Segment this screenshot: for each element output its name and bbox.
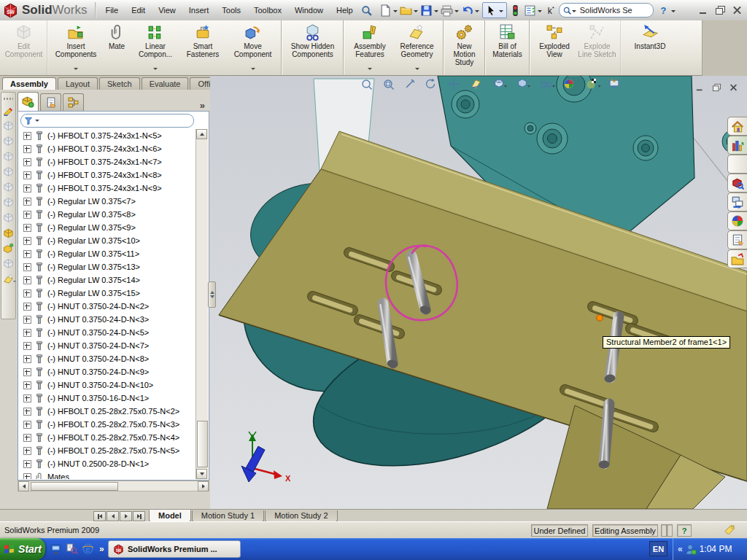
doc-close-button[interactable] xyxy=(727,82,739,93)
expand-icon[interactable] xyxy=(23,421,31,429)
tags-icon[interactable] xyxy=(724,524,735,537)
last-tab-button[interactable] xyxy=(133,511,145,521)
tree-item[interactable]: (-) HNUT 0.3750-24-D-N<7> xyxy=(19,339,196,352)
scroll-right-button[interactable] xyxy=(198,481,209,491)
file-explorer-tab[interactable] xyxy=(727,155,747,174)
tree-horizontal-scrollbar[interactable] xyxy=(18,481,209,491)
new-motion-study-button[interactable]: New Motion Study xyxy=(447,20,485,75)
user-accounts-tray-icon[interactable] xyxy=(685,543,697,555)
expand-icon[interactable] xyxy=(23,198,31,206)
tree-item[interactable]: (-) Regular LW 0.375<15> xyxy=(19,287,196,300)
design-library-tab[interactable] xyxy=(727,136,747,155)
options-caret-icon[interactable] xyxy=(538,10,542,15)
tree-item[interactable]: (-) HFBOLT 0.25-28x2.75x0.75-N<4> xyxy=(19,431,196,444)
prev-tab-button[interactable] xyxy=(107,511,119,521)
custom-properties-tab[interactable] xyxy=(727,230,747,249)
toolbar-grip[interactable] xyxy=(4,98,13,100)
tree-item[interactable]: (-) HFBOLT 0.375-24x3x1-N<6> xyxy=(19,142,196,155)
undo-button[interactable] xyxy=(460,3,475,18)
menu-item[interactable]: Help xyxy=(330,3,360,18)
expand-icon[interactable] xyxy=(23,132,31,140)
print-caret-icon[interactable] xyxy=(454,10,459,15)
left-tool-10-icon[interactable] xyxy=(2,241,15,256)
tree-item[interactable]: (-) HNUT 0.3750-24-D-N<2> xyxy=(19,300,196,313)
search-input[interactable]: SolidWorks Se xyxy=(580,6,632,15)
expand-icon[interactable] xyxy=(23,342,31,350)
expand-icon[interactable] xyxy=(23,145,31,153)
motion-study-2-tab[interactable]: Motion Study 2 xyxy=(265,510,337,522)
language-indicator[interactable]: EN xyxy=(649,541,667,556)
expand-icon[interactable] xyxy=(23,158,31,166)
propertymanager-tab[interactable] xyxy=(40,93,61,111)
expand-icon[interactable] xyxy=(23,329,31,337)
expand-icon[interactable] xyxy=(23,473,31,480)
tree-item[interactable]: (-) HNUT 0.3750-24-D-N<3> xyxy=(19,313,196,326)
left-tool-7-icon[interactable] xyxy=(2,195,15,210)
scroll-thumb[interactable] xyxy=(197,421,208,467)
tree-item[interactable]: (-) Regular LW 0.375<11> xyxy=(19,247,196,260)
expand-icon[interactable] xyxy=(23,303,31,311)
bill-of-materials-button[interactable]: Bill of Materials xyxy=(489,20,530,75)
tab-sketch[interactable]: Sketch xyxy=(99,77,140,90)
expand-icon[interactable] xyxy=(23,368,31,376)
tree-item[interactable]: (-) HNUT 0.2500-28-D-N<1> xyxy=(19,457,196,470)
smart-fasteners-button[interactable]: Smart Fasteners xyxy=(179,20,226,75)
scroll-up-button[interactable] xyxy=(196,129,207,139)
tree-item[interactable]: (-) Regular LW 0.375<8> xyxy=(19,208,196,221)
select-tool-button[interactable] xyxy=(482,2,507,18)
doc-restore-button[interactable] xyxy=(711,82,722,93)
tree-vertical-scrollbar[interactable] xyxy=(196,129,208,479)
show-desktop-icon[interactable] xyxy=(50,542,62,556)
help-caret-icon[interactable] xyxy=(671,10,676,15)
menu-item[interactable]: Toolbox xyxy=(247,3,288,18)
scroll-down-button[interactable] xyxy=(196,469,207,479)
new-caret-icon[interactable] xyxy=(393,10,398,15)
document-recovery-tab[interactable] xyxy=(727,249,747,268)
show-hidden-components-button[interactable]: Show Hidden Components xyxy=(285,20,344,75)
left-tool-6-icon[interactable] xyxy=(2,179,15,195)
rebuild-button[interactable] xyxy=(508,3,523,18)
tree-item[interactable]: (-) HFBOLT 0.375-24x3x1-N<7> xyxy=(19,155,196,168)
model-tab[interactable]: Model xyxy=(149,510,191,522)
menu-search-icon[interactable] xyxy=(360,3,374,18)
solidworks-task-button[interactable]: SolidWorks Premium ... xyxy=(108,540,241,558)
featuremanager-design-tree-tab[interactable] xyxy=(18,92,39,111)
quick-tips-button[interactable]: ? xyxy=(677,524,692,537)
expand-icon[interactable] xyxy=(23,394,31,402)
left-tool-4-icon[interactable] xyxy=(2,149,15,164)
tab-assembly[interactable]: Assembly xyxy=(2,77,56,90)
new-document-button[interactable] xyxy=(379,3,393,18)
assembly-features-button[interactable]: Assembly Features xyxy=(347,20,392,75)
expand-icon[interactable] xyxy=(23,289,31,298)
help-button[interactable] xyxy=(657,3,671,18)
first-tab-button[interactable] xyxy=(93,511,106,521)
minimize-button[interactable] xyxy=(697,4,711,16)
internet-explorer-icon[interactable] xyxy=(82,542,94,556)
solidworks-resources-tab[interactable] xyxy=(727,117,747,136)
reference-geometry-tool-icon[interactable] xyxy=(2,271,15,287)
linear-component-pattern-button[interactable]: Linear Compon... xyxy=(133,20,178,75)
left-tool-3-icon[interactable] xyxy=(2,133,15,149)
panel-overflow-chevron[interactable]: » xyxy=(200,100,205,111)
tree-item[interactable]: (-) HNUT 0.3750-24-D-N<8> xyxy=(19,352,196,365)
menu-item[interactable]: View xyxy=(152,3,182,18)
select-caret-icon[interactable] xyxy=(499,10,503,15)
tree-item[interactable]: (-) HNUT 0.3750-24-D-N<9> xyxy=(19,365,196,378)
appearances-scenes-tab[interactable] xyxy=(727,211,747,230)
doc-minimize-button[interactable] xyxy=(694,82,705,93)
save-button[interactable] xyxy=(419,3,434,18)
expand-icon[interactable] xyxy=(23,408,31,416)
tree-item[interactable]: (-) HFBOLT 0.375-24x3x1-N<9> xyxy=(19,182,196,195)
tab-layout[interactable]: Layout xyxy=(58,77,98,90)
view-palette-tab[interactable] xyxy=(727,192,747,211)
move-component-button[interactable]: Move Component xyxy=(228,20,282,75)
tree-item[interactable]: (-) Regular LW 0.375<7> xyxy=(19,195,196,208)
left-tool-9-icon[interactable] xyxy=(2,225,15,241)
tree-item[interactable]: (-) HNUT 0.3750-16-D-N<1> xyxy=(19,392,196,405)
tree-item[interactable]: (-) HFBOLT 0.25-28x2.75x0.75-N<5> xyxy=(19,444,196,457)
left-tool-5-icon[interactable] xyxy=(2,164,15,179)
search-scope-caret-icon[interactable] xyxy=(572,10,576,15)
open-caret-icon[interactable] xyxy=(414,10,418,15)
tree-item[interactable]: (-) HFBOLT 0.25-28x2.75x0.75-N<2> xyxy=(19,405,196,418)
solidworks-search-tab[interactable] xyxy=(727,174,747,192)
